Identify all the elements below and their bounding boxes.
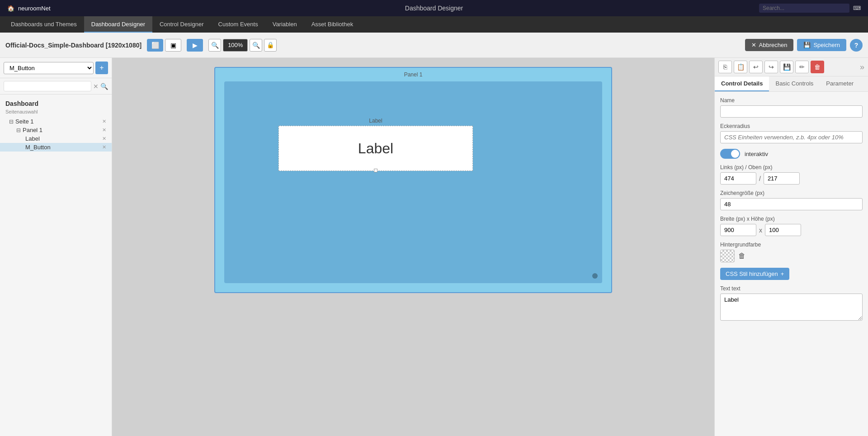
- clear-search-button[interactable]: ✕: [93, 83, 99, 90]
- save-icon: 💾: [803, 42, 811, 48]
- save2-button[interactable]: 💾: [780, 61, 793, 73]
- zoom-out-button[interactable]: 🔍: [208, 39, 221, 52]
- width-input[interactable]: [720, 224, 756, 236]
- control-selector: M_Button +: [0, 58, 112, 78]
- size-row: x: [720, 224, 863, 236]
- position-left-input[interactable]: [720, 172, 756, 185]
- tree-item-seite1[interactable]: ⊟ Seite 1 ✕: [0, 117, 112, 126]
- text-text-input[interactable]: [720, 294, 863, 321]
- color-swatch[interactable]: [720, 250, 735, 262]
- copy-button[interactable]: ⎘: [718, 61, 732, 73]
- position-row: /: [720, 172, 863, 185]
- app-name: neuroomNet: [18, 5, 51, 12]
- keyboard-icon: ⌨: [853, 5, 861, 11]
- plus-icon: +: [781, 270, 784, 277]
- control-dropdown[interactable]: M_Button: [4, 62, 94, 74]
- expand-panel-button[interactable]: »: [860, 62, 864, 72]
- tree-subtitle: Seitenauswahl: [0, 109, 112, 117]
- label-widget-container: Label Label: [278, 118, 473, 171]
- height-input[interactable]: [765, 224, 801, 236]
- topbar-right: ⌨: [759, 4, 861, 13]
- size-separator: x: [759, 227, 762, 234]
- tab-parameter[interactable]: Parameter: [820, 76, 860, 91]
- tab-asset-bibliothek[interactable]: Asset Bibliothek: [304, 16, 361, 33]
- delete-button[interactable]: 🗑: [811, 61, 824, 73]
- size-field-group: Breite (px) x Höhe (px) x: [720, 216, 863, 236]
- topbar-search-input[interactable]: [759, 4, 849, 13]
- view-desktop-button[interactable]: ⬜: [147, 39, 163, 52]
- position-top-input[interactable]: [764, 172, 800, 185]
- tree-panel: Dashboard Seitenauswahl ⊟ Seite 1 ✕ ⊟ Pa…: [0, 95, 112, 436]
- name-label: Name: [720, 97, 863, 104]
- tab-control-designer[interactable]: Control Designer: [152, 16, 211, 33]
- color-delete-button[interactable]: 🗑: [738, 252, 745, 260]
- close-label-button[interactable]: ✕: [102, 136, 106, 142]
- lock-button[interactable]: 🔒: [264, 39, 277, 52]
- eckenradius-label: Eckenradius: [720, 123, 863, 129]
- cursor-indicator: [592, 273, 598, 279]
- tab-dashboard-designer[interactable]: Dashboard Designer: [84, 16, 152, 33]
- view-tablet-button[interactable]: ▣: [165, 39, 181, 52]
- nav-tabs: Dashboards und Themes Dashboard Designer…: [0, 16, 868, 33]
- inner-canvas: Label Label: [224, 81, 602, 283]
- play-button[interactable]: ▶: [187, 39, 203, 52]
- interaktiv-toggle-row: interaktiv: [720, 149, 863, 159]
- right-toolbar-left: ⎘ 📋 ↩ ↪ 💾 ✏ 🗑: [718, 61, 824, 73]
- content-area: M_Button + ✕ 🔍 Dashboard Seitenauswahl ⊟…: [0, 58, 868, 436]
- canvas-wrapper: Panel 1 Label Label: [214, 67, 612, 293]
- right-panel: ⎘ 📋 ↩ ↪ 💾 ✏ 🗑 » Control Details Basic Co…: [714, 58, 868, 436]
- add-control-button[interactable]: +: [95, 62, 108, 74]
- position-field-group: Links (px) / Oben (px) /: [720, 164, 863, 185]
- tab-dashboards[interactable]: Dashboards und Themes: [4, 16, 84, 33]
- edit-button[interactable]: ✏: [795, 61, 809, 73]
- zeichengroesse-label: Zeichengröße (px): [720, 190, 863, 196]
- resize-handle[interactable]: [374, 169, 377, 172]
- save-button[interactable]: 💾 Speichern: [797, 39, 846, 51]
- paste-button[interactable]: 📋: [734, 61, 747, 73]
- view-buttons: ⬜ ▣: [147, 39, 181, 52]
- zeichengroesse-field-group: Zeichengröße (px): [720, 190, 863, 210]
- home-icon: 🏠: [7, 5, 14, 12]
- toolbar-left: Official-Docs_Simple-Dashboard [1920x108…: [5, 39, 277, 52]
- redo-button[interactable]: ↪: [764, 61, 778, 73]
- tree-item-panel1[interactable]: ⊟ Panel 1 ✕: [0, 126, 112, 134]
- tab-control-details[interactable]: Control Details: [715, 76, 769, 91]
- tree-item-label[interactable]: Label ✕: [0, 134, 112, 143]
- interaktiv-toggle[interactable]: [720, 149, 740, 159]
- right-toolbar: ⎘ 📋 ↩ ↪ 💾 ✏ 🗑 »: [715, 58, 868, 76]
- expand-panel-icon: ⊟: [16, 127, 21, 133]
- left-panel: M_Button + ✕ 🔍 Dashboard Seitenauswahl ⊟…: [0, 58, 112, 436]
- cancel-button[interactable]: ✕ Abbrechen: [745, 39, 794, 51]
- text-text-field-group: Text text: [720, 285, 863, 322]
- name-input[interactable]: [720, 105, 863, 118]
- position-separator: /: [759, 175, 761, 182]
- zoom-level: 100%: [223, 39, 248, 52]
- css-add-button[interactable]: CSS Stil hinzufügen +: [720, 268, 789, 280]
- page-title: Dashboard Designer: [405, 5, 463, 12]
- color-row: 🗑: [720, 250, 863, 262]
- tree-section-title: Dashboard: [0, 98, 112, 109]
- tree-search-input[interactable]: [4, 81, 91, 91]
- undo-button[interactable]: ↩: [749, 61, 763, 73]
- close-seite1-button[interactable]: ✕: [102, 118, 106, 124]
- text-text-label: Text text: [720, 285, 863, 292]
- right-tabs: Control Details Basic Controls Parameter: [715, 76, 868, 92]
- canvas-area: Panel 1 Label Label: [112, 58, 714, 436]
- tree-item-mbutton[interactable]: M_Button ✕: [0, 143, 112, 152]
- help-button[interactable]: ?: [850, 39, 863, 52]
- label-widget[interactable]: Label: [278, 126, 473, 171]
- hintergrundfarbe-field-group: Hintergrundfarbe 🗑: [720, 242, 863, 262]
- close-mbutton-button[interactable]: ✕: [102, 144, 106, 150]
- tab-custom-events[interactable]: Custom Events: [211, 16, 265, 33]
- close-panel1-button[interactable]: ✕: [102, 127, 106, 133]
- panel-label: Panel 1: [404, 71, 423, 78]
- zeichengroesse-input[interactable]: [720, 198, 863, 210]
- tab-variablen[interactable]: Variablen: [265, 16, 304, 33]
- zoom-in-button[interactable]: 🔍: [250, 39, 262, 52]
- cancel-icon: ✕: [751, 42, 756, 48]
- eckenradius-field-group: Eckenradius: [720, 123, 863, 143]
- expand-icon: ⊟: [9, 118, 14, 125]
- tab-basic-controls[interactable]: Basic Controls: [769, 76, 820, 91]
- eckenradius-input[interactable]: [720, 131, 863, 143]
- search-button[interactable]: 🔍: [100, 83, 108, 90]
